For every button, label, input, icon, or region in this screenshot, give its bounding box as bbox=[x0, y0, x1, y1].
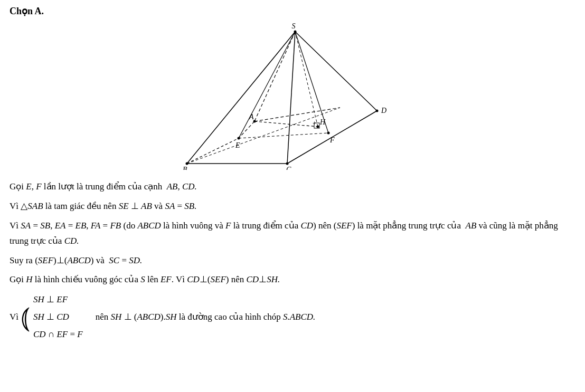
svg-text:H: H bbox=[319, 118, 326, 126]
svg-line-4 bbox=[239, 133, 328, 138]
brace-line-1: SH ⊥ EF bbox=[33, 292, 83, 308]
svg-point-16 bbox=[294, 31, 297, 33]
paragraph-5: Gọi H là hình chiếu vuông góc của S lên … bbox=[10, 272, 575, 288]
brace-explanation: nên SH ⊥ (ABCD).SH là đường cao của hình… bbox=[96, 310, 316, 325]
svg-line-2 bbox=[254, 108, 340, 121]
brace-line-3: CD ∩ EF = F bbox=[33, 327, 83, 343]
svg-text:B: B bbox=[183, 166, 187, 170]
svg-line-6 bbox=[187, 138, 239, 164]
paragraph-3: Vì SA = SB, EA = EB, FA = FB (do ABCD là… bbox=[10, 218, 575, 249]
brace-line-2: SH ⊥ CD bbox=[33, 309, 83, 326]
svg-line-5 bbox=[295, 32, 318, 127]
svg-text:C: C bbox=[286, 166, 291, 170]
paragraph-1: Gọi E, F lần lượt là trung điểm của cạnh… bbox=[10, 179, 575, 195]
svg-text:S: S bbox=[292, 22, 296, 30]
svg-point-22 bbox=[376, 110, 379, 112]
paragraph-2: Vì △SAB là tam giác đều nên SE ⊥ AB và S… bbox=[10, 199, 575, 214]
title: Chọn A. bbox=[10, 5, 575, 17]
svg-line-3 bbox=[254, 121, 318, 127]
svg-line-9 bbox=[295, 32, 377, 111]
svg-text:F: F bbox=[329, 136, 335, 144]
svg-line-8 bbox=[287, 32, 295, 164]
svg-point-30 bbox=[317, 126, 319, 128]
diagram: S B C D A E F H + bbox=[10, 22, 575, 170]
svg-point-26 bbox=[238, 137, 240, 140]
svg-point-28 bbox=[327, 132, 330, 135]
svg-line-0 bbox=[254, 32, 295, 121]
svg-point-18 bbox=[186, 162, 188, 165]
svg-text:A: A bbox=[249, 113, 254, 121]
svg-text:E: E bbox=[235, 141, 240, 149]
brace-system: Vì ⦅ SH ⊥ EF SH ⊥ CD CD ∩ EF = F nên SH … bbox=[10, 292, 575, 342]
vi-label: Vì bbox=[10, 310, 18, 325]
brace-content: SH ⊥ EF SH ⊥ CD CD ∩ EF = F bbox=[33, 292, 83, 342]
svg-text:+: + bbox=[313, 120, 316, 127]
svg-text:D: D bbox=[381, 107, 386, 114]
left-brace: ⦅ bbox=[21, 303, 30, 331]
paragraph-4: Suy ra (SEF)⊥(ABCD) và SC = SD. bbox=[10, 253, 575, 269]
svg-point-20 bbox=[286, 162, 289, 165]
svg-line-13 bbox=[239, 32, 295, 138]
